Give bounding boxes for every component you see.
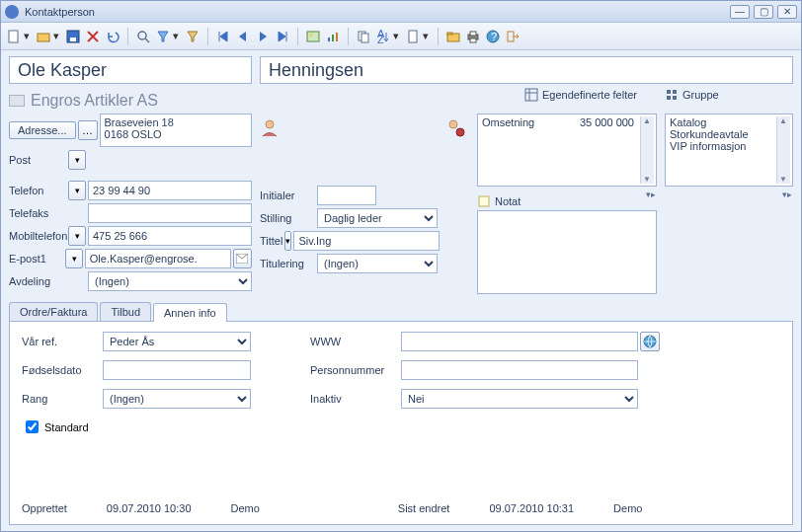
- phone-label: Telefon: [9, 185, 66, 196]
- email-dropdown[interactable]: ▾: [65, 249, 82, 268]
- prev-icon[interactable]: [234, 28, 252, 45]
- initials-input[interactable]: [317, 186, 376, 205]
- title-dropdown[interactable]: ▾: [284, 231, 291, 251]
- doc-dropdown[interactable]: ▾: [422, 30, 430, 42]
- filter-clear-icon[interactable]: [184, 28, 201, 45]
- www-label: WWW: [310, 336, 399, 347]
- address-button[interactable]: Adresse...: [9, 121, 76, 139]
- svg-text:Z: Z: [377, 34, 384, 43]
- group-expand-icon[interactable]: ▾▸: [782, 190, 792, 199]
- group-item[interactable]: Katalog: [670, 116, 788, 128]
- ssn-label: Personnummer: [310, 364, 399, 376]
- help-icon[interactable]: ?: [484, 28, 502, 45]
- created-label: Opprettet: [22, 502, 67, 514]
- save-icon[interactable]: [64, 28, 82, 45]
- title-input[interactable]: [293, 231, 440, 251]
- next-icon[interactable]: [254, 28, 272, 45]
- image-icon[interactable]: [304, 28, 322, 45]
- tab-order-invoice[interactable]: Ordre/Faktura: [9, 302, 98, 321]
- first-name-input[interactable]: [9, 56, 252, 84]
- tabs: Ordre/Faktura Tilbud Annen info: [9, 302, 793, 321]
- address-text[interactable]: Braseveien 18 0168 OSLO: [100, 114, 252, 147]
- svg-rect-32: [673, 96, 677, 100]
- delete-icon[interactable]: [84, 28, 102, 45]
- open-icon[interactable]: [35, 28, 52, 45]
- copy-icon[interactable]: [355, 28, 372, 45]
- scrollbar[interactable]: [776, 116, 790, 184]
- svg-rect-0: [9, 31, 18, 42]
- svg-rect-26: [525, 89, 537, 101]
- exit-icon[interactable]: [504, 28, 521, 45]
- custom-fields-list[interactable]: Omsetning 35 000 000 ▾▸: [477, 114, 657, 187]
- position-select[interactable]: Daglig leder: [317, 208, 438, 228]
- address-more-button[interactable]: …: [78, 120, 98, 140]
- initials-label: Initialer: [260, 190, 315, 201]
- ourref-select[interactable]: Peder Ås: [103, 332, 251, 351]
- phone-dropdown[interactable]: ▾: [68, 181, 86, 200]
- svg-rect-14: [361, 34, 368, 42]
- sort-icon[interactable]: AZ: [374, 28, 392, 45]
- company-name: Engros Artikler AS: [31, 92, 158, 110]
- rank-select[interactable]: (Ingen): [103, 389, 251, 409]
- search-icon[interactable]: [134, 28, 152, 45]
- sort-dropdown[interactable]: ▾: [392, 30, 400, 42]
- svg-point-34: [266, 120, 274, 128]
- post-dropdown[interactable]: ▾: [68, 150, 86, 170]
- group-item[interactable]: Storkundeavtale: [670, 128, 788, 140]
- maximize-button[interactable]: ▢: [754, 5, 773, 19]
- last-name-input[interactable]: [260, 56, 793, 84]
- print-icon[interactable]: [464, 28, 482, 45]
- group-item[interactable]: VIP informasjon: [670, 140, 788, 152]
- svg-rect-21: [470, 32, 476, 36]
- email-input[interactable]: [85, 249, 231, 268]
- standard-checkbox[interactable]: [26, 420, 39, 433]
- www-input[interactable]: [401, 332, 638, 351]
- svg-rect-22: [470, 38, 476, 42]
- svg-rect-3: [70, 38, 76, 41]
- salutation-label: Titulering: [260, 258, 315, 269]
- open-dropdown[interactable]: ▾: [52, 30, 60, 42]
- doc-icon[interactable]: [404, 28, 422, 45]
- custom-expand-icon[interactable]: ▾▸: [646, 190, 656, 199]
- chart-icon[interactable]: [324, 28, 342, 45]
- svg-point-35: [449, 120, 457, 128]
- filter-icon[interactable]: [154, 28, 172, 45]
- fax-input[interactable]: [88, 203, 252, 223]
- minimize-button[interactable]: —: [730, 5, 750, 19]
- tab-offer[interactable]: Tilbud: [100, 302, 151, 321]
- close-button[interactable]: ✕: [777, 5, 797, 19]
- group-header: Gruppe: [682, 89, 719, 101]
- phone-input[interactable]: [88, 181, 252, 200]
- rank-label: Rang: [22, 393, 101, 405]
- note-icon: [477, 194, 491, 208]
- svg-rect-31: [667, 96, 671, 100]
- mobile-input[interactable]: [88, 226, 252, 246]
- created-at: 09.07.2010 10:30: [107, 502, 192, 514]
- ssn-input[interactable]: [401, 360, 638, 380]
- svg-rect-1: [38, 34, 49, 41]
- custom-fields-header: Egendefinerte felter: [542, 89, 637, 101]
- salutation-select[interactable]: (Ingen): [317, 254, 438, 273]
- undo-icon[interactable]: [104, 28, 121, 45]
- scrollbar[interactable]: [640, 116, 654, 184]
- user-settings-icon[interactable]: [445, 117, 469, 137]
- folder-icon[interactable]: [444, 28, 462, 45]
- last-icon[interactable]: [274, 28, 291, 45]
- email-send-button[interactable]: [233, 249, 252, 268]
- inactive-select[interactable]: Nei: [401, 389, 638, 409]
- svg-text:?: ?: [491, 31, 497, 42]
- dept-select[interactable]: (Ingen): [88, 271, 252, 291]
- tab-other-info[interactable]: Annen info: [153, 303, 227, 322]
- globe-icon[interactable]: [640, 332, 660, 351]
- svg-rect-17: [409, 31, 417, 42]
- svg-point-9: [310, 33, 313, 36]
- mobile-dropdown[interactable]: ▾: [68, 226, 86, 246]
- note-text[interactable]: [477, 210, 657, 294]
- new-icon[interactable]: [5, 28, 23, 45]
- first-icon[interactable]: [214, 28, 232, 45]
- new-dropdown[interactable]: ▾: [23, 30, 31, 42]
- birth-input[interactable]: [103, 360, 251, 380]
- filter-dropdown[interactable]: ▾: [172, 30, 180, 42]
- modified-label: Sist endret: [398, 502, 450, 514]
- group-list[interactable]: Katalog Storkundeavtale VIP informasjon …: [665, 114, 793, 187]
